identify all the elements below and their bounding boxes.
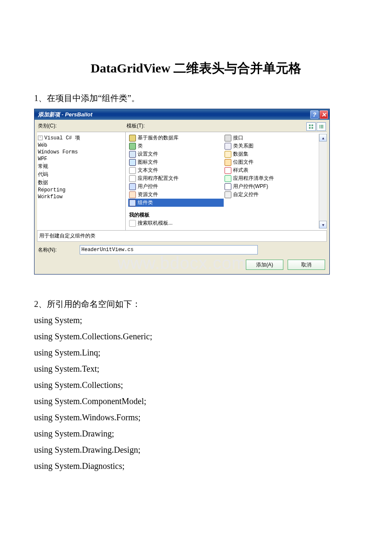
template-item-label: 位图文件 <box>233 159 254 166</box>
template-item[interactable]: 样式表 <box>224 166 319 174</box>
code-line: using System.Collections; <box>34 377 358 393</box>
code-line: using System; <box>34 312 358 328</box>
file-icon <box>129 199 136 206</box>
file-icon <box>225 175 231 182</box>
tree-item[interactable]: Web <box>38 142 124 149</box>
template-item[interactable]: 数据集 <box>224 150 319 158</box>
tree-item[interactable]: WPF <box>38 156 124 162</box>
file-icon <box>129 167 136 174</box>
categories-tree[interactable]: -Visual C# 项WebWindows FormsWPF常规代码数据Rep… <box>37 132 126 230</box>
svg-rect-0 <box>309 124 311 126</box>
svg-rect-5 <box>320 125 323 126</box>
code-line: using System.Collections.Generic; <box>34 328 358 344</box>
search-online-templates[interactable]: 搜索联机模板... <box>128 219 224 227</box>
file-icon <box>225 167 231 174</box>
close-button[interactable]: ✕ <box>320 110 328 119</box>
svg-rect-4 <box>319 125 320 126</box>
template-item-label: 数据集 <box>233 150 248 158</box>
dialog-titlebar: 添加新项 - PersBallot ? ✕ <box>35 109 329 120</box>
template-item[interactable]: 基于服务的数据库 <box>128 134 224 142</box>
template-item[interactable]: 自定义控件 <box>224 191 319 199</box>
watermark: www.bdocx.com <box>35 254 329 273</box>
code-line: using System.Linq; <box>34 344 358 361</box>
tree-item[interactable]: 常规 <box>38 162 124 171</box>
add-new-item-dialog: 添加新项 - PersBallot ? ✕ 类别(C): 模板(T): <box>34 109 330 275</box>
svg-rect-9 <box>320 127 323 128</box>
file-icon <box>129 191 136 198</box>
tree-item[interactable]: 代码 <box>38 171 124 179</box>
template-item-label: 文本文件 <box>138 167 158 174</box>
template-item-label: 样式表 <box>233 167 248 174</box>
template-item[interactable]: 位图文件 <box>224 158 319 166</box>
add-button[interactable]: 添加(A) <box>246 260 283 270</box>
file-icon <box>129 135 136 142</box>
scroll-up-button[interactable]: ▴ <box>319 134 327 142</box>
file-icon <box>129 175 136 182</box>
template-item[interactable]: 组件类 <box>128 199 224 207</box>
file-icon <box>225 143 231 150</box>
template-item[interactable]: 接口 <box>224 134 319 142</box>
svg-rect-8 <box>319 127 320 128</box>
svg-rect-1 <box>311 124 313 126</box>
name-input[interactable] <box>80 245 258 254</box>
templates-label: 模板(T): <box>127 122 306 131</box>
tree-item[interactable]: Windows Forms <box>38 149 124 156</box>
template-item-label: 组件类 <box>138 199 153 206</box>
template-item[interactable]: 用户控件(WPF) <box>224 182 319 191</box>
code-line: using System.Text; <box>34 361 358 377</box>
template-item-label: 应用程序清单文件 <box>233 175 274 182</box>
file-icon <box>129 143 136 150</box>
template-item-label: 用户控件 <box>138 183 158 190</box>
search-online-label: 搜索联机模板... <box>138 220 173 227</box>
templates-scrollbar[interactable]: ▴ ▾ <box>319 134 327 228</box>
template-item-label: 资源文件 <box>138 191 158 198</box>
step-1: 1、在项目中添加“组件类”。 <box>34 90 358 106</box>
template-item-label: 图标文件 <box>138 159 158 166</box>
name-label: 名称(N): <box>38 246 76 254</box>
scroll-down-button[interactable]: ▾ <box>319 221 327 228</box>
template-item-label: 类 <box>138 142 143 150</box>
template-item[interactable]: 资源文件 <box>128 191 224 199</box>
code-line: using System.Drawing; <box>34 425 358 442</box>
help-button[interactable]: ? <box>310 110 319 119</box>
document-title: DataGridView 二维表头与合并单元格 <box>34 60 358 77</box>
template-item-label: 接口 <box>233 134 243 142</box>
file-icon <box>225 159 231 166</box>
template-item[interactable]: 应用程序清单文件 <box>224 174 319 182</box>
template-item[interactable]: 图标文件 <box>128 158 224 166</box>
tree-item[interactable]: Reporting <box>38 187 124 194</box>
template-item-label: 自定义控件 <box>233 191 259 198</box>
svg-rect-2 <box>309 127 311 129</box>
file-icon <box>225 151 231 158</box>
dialog-title: 添加新项 - PersBallot <box>38 111 92 119</box>
code-line: using System.Windows.Forms; <box>34 409 358 425</box>
code-line: using System.Drawing.Design; <box>34 442 358 458</box>
file-icon <box>225 183 231 190</box>
view-large-icons-button[interactable] <box>306 122 316 131</box>
svg-rect-3 <box>311 127 313 129</box>
step-2: 2、所引用的命名空间如下： <box>34 296 358 312</box>
cancel-button[interactable]: 取消 <box>288 260 325 270</box>
template-description: 用于创建自定义组件的类 <box>37 231 327 242</box>
categories-label: 类别(C): <box>38 122 127 131</box>
file-icon <box>225 191 231 198</box>
svg-rect-7 <box>320 126 323 127</box>
code-line: using System.ComponentModel; <box>34 393 358 409</box>
view-list-button[interactable] <box>317 122 326 131</box>
templates-list[interactable]: 基于服务的数据库类设置文件图标文件文本文件应用程序配置文件用户控件资源文件组件类… <box>126 132 327 230</box>
tree-item[interactable]: Workflow <box>38 194 124 200</box>
template-item[interactable]: 用户控件 <box>128 182 224 191</box>
template-item-label: 用户控件(WPF) <box>233 183 268 190</box>
template-item-label: 设置文件 <box>138 150 158 158</box>
template-item-label: 类关系图 <box>233 142 254 150</box>
template-item[interactable]: 文本文件 <box>128 166 224 174</box>
file-icon <box>129 159 136 166</box>
template-item-label: 基于服务的数据库 <box>138 134 179 142</box>
tree-root-item[interactable]: -Visual C# 项 <box>38 134 124 142</box>
tree-item[interactable]: 数据 <box>38 179 124 187</box>
template-item[interactable]: 类关系图 <box>224 142 319 150</box>
template-item[interactable]: 设置文件 <box>128 150 224 158</box>
template-item[interactable]: 应用程序配置文件 <box>128 174 224 182</box>
template-item[interactable]: 类 <box>128 142 224 150</box>
file-icon <box>129 183 136 190</box>
